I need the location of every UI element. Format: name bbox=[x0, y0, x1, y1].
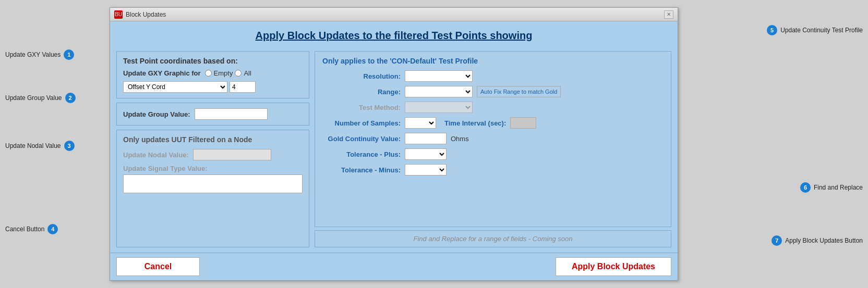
resolution-dropdown[interactable] bbox=[405, 70, 473, 82]
annotation-label-6: Find and Replace bbox=[814, 184, 863, 191]
time-interval-input[interactable] bbox=[510, 117, 536, 129]
close-button[interactable]: ✕ bbox=[664, 10, 673, 19]
resolution-label: Resolution: bbox=[322, 72, 401, 80]
annotation-label-7: Apply Block Updates Button bbox=[785, 237, 863, 244]
gxy-offset-dropdown[interactable]: Offset Y Cord bbox=[123, 81, 227, 93]
con-title: Only applies to the 'CON-Default' Test P… bbox=[322, 57, 664, 65]
group-value-row: Update Group Value: bbox=[123, 108, 303, 120]
num-samples-row: Number of Samples: Time Interval (sec): bbox=[322, 117, 664, 129]
gxy-box: Test Point coordinates based on: Update … bbox=[116, 51, 309, 98]
annotation-label-4: Cancel Button bbox=[5, 226, 44, 233]
gold-continuity-row: Gold Continuity Value: Ohms bbox=[322, 133, 664, 144]
cancel-button[interactable]: Cancel bbox=[116, 257, 200, 276]
test-method-row: Test Method: bbox=[322, 102, 664, 113]
range-label: Range: bbox=[322, 88, 401, 96]
dialog-titlebar: BU Block Updates ✕ bbox=[110, 8, 678, 21]
tolerance-plus-dropdown[interactable] bbox=[405, 148, 447, 160]
annotation-bubble-7: 7 bbox=[771, 235, 782, 246]
right-panel: Only applies to the 'CON-Default' Test P… bbox=[315, 51, 671, 247]
test-method-label: Test Method: bbox=[322, 104, 401, 111]
annotation-label-3: Update Nodal Value bbox=[5, 142, 61, 149]
dialog-title-text: Block Updates bbox=[126, 11, 166, 18]
group-value-label: Update Group Value: bbox=[123, 110, 190, 118]
auto-fix-button[interactable]: Auto Fix Range to match Gold bbox=[477, 86, 561, 97]
left-panel: Test Point coordinates based on: Update … bbox=[116, 51, 309, 247]
num-samples-label: Number of Samples: bbox=[322, 119, 401, 127]
tolerance-minus-dropdown[interactable] bbox=[405, 164, 447, 176]
annotation-bubble-3: 3 bbox=[64, 141, 75, 151]
gxy-all-label: All bbox=[244, 69, 251, 77]
signal-label: Update Signal Type Value: bbox=[123, 165, 303, 172]
dialog-content: Apply Block Updates to the filtered Test… bbox=[110, 21, 678, 253]
group-value-box: Update Group Value: bbox=[116, 103, 309, 126]
gxy-section-title: Test Point coordinates based on: bbox=[123, 57, 303, 65]
tolerance-plus-row: Tolerance - Plus: bbox=[322, 148, 664, 160]
annotation-label-1: Update GXY Values bbox=[5, 51, 61, 58]
annotation-bubble-4: 4 bbox=[47, 224, 58, 234]
block-updates-dialog: BU Block Updates ✕ Apply Block Updates t… bbox=[110, 7, 678, 281]
gxy-all-radio[interactable] bbox=[235, 70, 242, 77]
resolution-row: Resolution: bbox=[322, 70, 664, 82]
dialog-footer: Cancel Apply Block Updates bbox=[110, 253, 678, 280]
range-row: Range: Auto Fix Range to match Gold bbox=[322, 86, 664, 97]
gxy-empty-radio[interactable] bbox=[205, 70, 212, 77]
nodal-label: Update Nodal Value: bbox=[123, 151, 189, 159]
annotation-bubble-5: 5 bbox=[767, 25, 777, 35]
node-title: Only updates UUT Filtered on a Node bbox=[123, 135, 303, 144]
num-samples-dropdown[interactable] bbox=[405, 117, 436, 129]
gxy-empty-label: Empty bbox=[214, 69, 233, 77]
find-replace-box: Find and Replace for a range of fields -… bbox=[315, 230, 671, 247]
gxy-update-row: Update GXY Graphic for Empty All bbox=[123, 69, 303, 77]
apply-block-updates-button[interactable]: Apply Block Updates bbox=[556, 257, 671, 276]
ohms-label: Ohms bbox=[451, 135, 469, 143]
annotation-label-5: Update Continuity Test Profile bbox=[780, 27, 863, 34]
con-box: Only applies to the 'CON-Default' Test P… bbox=[315, 51, 671, 227]
gxy-select-row: Offset Y Cord bbox=[123, 81, 303, 93]
tolerance-minus-label: Tolerance - Minus: bbox=[322, 166, 401, 174]
test-method-dropdown bbox=[405, 102, 473, 113]
group-value-input[interactable] bbox=[195, 108, 268, 120]
dialog-icon: BU bbox=[114, 10, 123, 19]
annotation-label-2: Update Group Value bbox=[5, 94, 62, 102]
gxy-update-label: Update GXY Graphic for bbox=[123, 69, 201, 77]
tolerance-plus-label: Tolerance - Plus: bbox=[322, 151, 401, 158]
annotation-bubble-6: 6 bbox=[800, 182, 811, 193]
tolerance-minus-row: Tolerance - Minus: bbox=[322, 164, 664, 176]
nodal-row: Update Nodal Value: bbox=[123, 149, 303, 160]
dialog-body: Test Point coordinates based on: Update … bbox=[116, 51, 671, 247]
nodal-input[interactable] bbox=[193, 149, 271, 160]
annotation-bubble-1: 1 bbox=[64, 49, 74, 60]
dialog-title: BU Block Updates bbox=[114, 10, 166, 19]
node-box: Only updates UUT Filtered on a Node Upda… bbox=[116, 130, 309, 247]
time-interval-label: Time Interval (sec): bbox=[444, 119, 506, 127]
range-dropdown[interactable] bbox=[405, 86, 473, 97]
signal-input[interactable] bbox=[123, 174, 303, 193]
signal-section: Update Signal Type Value: bbox=[123, 165, 303, 193]
gxy-offset-value[interactable] bbox=[230, 81, 256, 93]
gold-continuity-label: Gold Continuity Value: bbox=[322, 135, 401, 143]
gold-continuity-input[interactable] bbox=[405, 133, 447, 144]
annotation-bubble-2: 2 bbox=[65, 93, 76, 103]
find-replace-text: Find and Replace for a range of fields -… bbox=[414, 235, 573, 243]
dialog-heading: Apply Block Updates to the filtered Test… bbox=[116, 27, 671, 47]
